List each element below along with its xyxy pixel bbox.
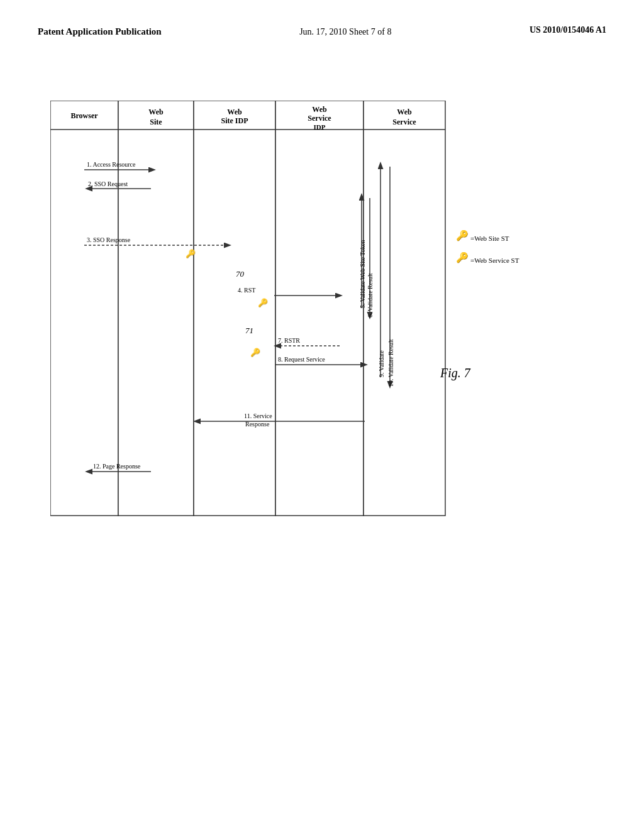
flow-3-label: 3. SSO Response bbox=[87, 236, 131, 243]
flow-4-label: 4. RST bbox=[238, 287, 255, 294]
flow-3-key: 🔑 bbox=[186, 248, 196, 259]
flow-1-label: 1. Access Resource bbox=[87, 161, 136, 168]
diagram-svg: Browser Web Site Web Site IDP Web Servic… bbox=[50, 101, 541, 553]
legend-key-1: 🔑 bbox=[456, 230, 469, 241]
flow-12-label: 12. Page Response bbox=[93, 463, 141, 470]
svg-text:Web: Web bbox=[397, 108, 412, 116]
lane-web-site-idp: Site IDP bbox=[221, 116, 248, 125]
svg-rect-8 bbox=[275, 101, 364, 516]
legend-label-1: =Web Site ST bbox=[470, 235, 509, 242]
flow-10-label: 10. Validate Result bbox=[387, 339, 394, 387]
legend-label-2: =Web Service ST bbox=[470, 257, 519, 264]
legend-key-2: 🔑 bbox=[456, 252, 469, 263]
svg-rect-12 bbox=[364, 101, 445, 516]
flow-5-label: 5. Validate Web Site Token bbox=[359, 240, 366, 308]
flow-7-label: 7. RSTR bbox=[278, 337, 300, 344]
patent-title: Patent Application Publication bbox=[38, 25, 162, 38]
flow-7-key: 🔑 bbox=[250, 347, 261, 358]
lane-web-service: Service bbox=[392, 118, 416, 126]
svg-text:Web: Web bbox=[227, 108, 242, 116]
lane-browser: Browser bbox=[70, 111, 98, 120]
patent-number: US 2010/0154046 A1 bbox=[530, 25, 606, 35]
flow-4-key: 🔑 bbox=[258, 297, 269, 308]
label-70: 70 bbox=[236, 269, 245, 279]
svg-text:Web: Web bbox=[148, 108, 164, 116]
publication-date-sheet: Jun. 17, 2010 Sheet 7 of 8 bbox=[299, 25, 391, 38]
svg-text:Web: Web bbox=[312, 105, 327, 114]
label-71: 71 bbox=[245, 326, 253, 335]
lane-web-service-idp: IDP bbox=[314, 123, 326, 131]
flow-8-label: 8. Request Service bbox=[278, 356, 325, 363]
svg-text:Response: Response bbox=[245, 421, 270, 428]
flow-11-label: 11. Service bbox=[244, 412, 272, 419]
flow-2-label: 2. SSO Request bbox=[88, 180, 128, 187]
fig-label: Fig. 7 bbox=[440, 366, 471, 380]
lane-web-site: Site bbox=[150, 118, 162, 126]
svg-rect-5 bbox=[194, 101, 275, 516]
svg-text:Service: Service bbox=[308, 114, 331, 123]
flow-9-label: 9. Validate bbox=[378, 350, 385, 377]
page-header: Patent Application Publication Jun. 17, … bbox=[0, 0, 644, 51]
diagram-container: Browser Web Site Web Site IDP Web Servic… bbox=[50, 101, 541, 572]
flow-6-label: 6. Validate Result bbox=[367, 273, 374, 318]
